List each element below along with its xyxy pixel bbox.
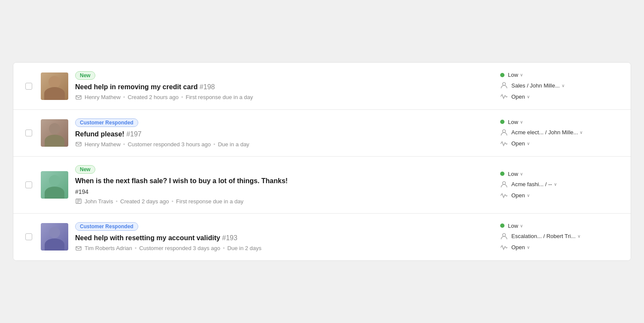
priority-label-3[interactable]: Low ∨ [508, 171, 523, 177]
assignee-item-2[interactable]: Acme elect... / John Mille... ∨ [500, 129, 620, 136]
status-item-1[interactable]: Open ∨ [500, 93, 620, 100]
person-icon-4 [500, 232, 508, 240]
ticket-title-2[interactable]: Refund please! #197 [75, 130, 493, 139]
avatar-2 [41, 119, 68, 147]
meta-time-4: Customer responded 3 days ago [139, 245, 220, 251]
status-item-3[interactable]: Open ∨ [500, 192, 620, 199]
priority-dot-1 [500, 73, 504, 77]
meta-channel-icon-1 [75, 94, 82, 101]
ticket-row-2: Customer Responded Refund please! #197 H… [13, 110, 631, 157]
ticket-badge-4: Customer Responded [75, 222, 138, 231]
meta-time-1: Created 2 hours ago [128, 94, 179, 100]
ticket-id-2: #197 [126, 130, 142, 138]
meta-due-2: Due in a day [218, 141, 249, 148]
priority-dot-4 [500, 223, 504, 228]
activity-icon-3 [500, 192, 508, 199]
ticket-badge-2: Customer Responded [75, 118, 138, 127]
status-chevron-4: ∨ [527, 245, 530, 250]
meta-time-3: Created 2 days ago [120, 198, 169, 205]
meta-channel-icon-4 [75, 245, 82, 252]
ticket-row-3: New When is the next flash sale? I wish … [13, 157, 631, 214]
checkbox-area-3 [24, 181, 34, 188]
ticket-main-3: New When is the next flash sale? I wish … [75, 165, 493, 205]
svg-point-1 [503, 82, 506, 85]
svg-point-10 [503, 233, 506, 236]
tickets-list: New Need help in removing my credit card… [13, 62, 631, 260]
ticket-main-4: Customer Responded Need help with resett… [75, 222, 493, 251]
checkbox-area-2 [24, 130, 34, 136]
assignee-chevron-3: ∨ [554, 182, 557, 187]
ticket-id-4: #193 [222, 234, 237, 241]
ticket-meta-3: John Travis • Created 2 days ago • First… [75, 198, 493, 205]
priority-label-1[interactable]: Low ∨ [508, 72, 523, 78]
priority-item-1[interactable]: Low ∨ [500, 72, 620, 78]
priority-chevron-2: ∨ [520, 120, 523, 124]
checkbox-area-1 [24, 83, 34, 90]
status-chevron-3: ∨ [527, 193, 530, 198]
ticket-main-1: New Need help in removing my credit card… [75, 71, 493, 100]
ticket-title-1[interactable]: Need help in removing my credit card #19… [75, 82, 493, 92]
priority-item-4[interactable]: Low ∨ [500, 223, 620, 229]
assignee-chevron-4: ∨ [577, 234, 580, 238]
assignee-item-1[interactable]: Sales / John Mille... ∨ [500, 82, 620, 89]
meta-author-2: Henry Mathew [85, 141, 121, 148]
priority-dot-3 [500, 172, 504, 176]
priority-label-2[interactable]: Low ∨ [508, 119, 523, 125]
assignee-label-3[interactable]: Acme fashi... / -- ∨ [511, 181, 557, 187]
priority-item-2[interactable]: Low ∨ [500, 119, 620, 125]
ticket-meta-4: Tim Roberts Adrian • Customer responded … [75, 245, 493, 252]
avatar-4 [41, 223, 68, 251]
meta-due-3: First response due in a day [176, 198, 243, 205]
priority-chevron-3: ∨ [520, 172, 523, 176]
status-label-4[interactable]: Open ∨ [511, 244, 530, 251]
ticket-checkbox-1[interactable] [25, 83, 32, 90]
ticket-badge-1: New [75, 71, 95, 80]
status-chevron-1: ∨ [527, 94, 530, 99]
activity-icon-4 [500, 244, 508, 251]
checkbox-area-4 [24, 233, 34, 240]
ticket-row-1: New Need help in removing my credit card… [13, 63, 631, 109]
status-label-1[interactable]: Open ∨ [511, 94, 530, 100]
person-icon-1 [500, 82, 508, 89]
assignee-item-4[interactable]: Escalation... / Robert Tri... ∨ [500, 232, 620, 240]
ticket-meta-2: Henry Mathew • Customer responded 3 hour… [75, 141, 493, 148]
priority-item-3[interactable]: Low ∨ [500, 171, 620, 177]
status-chevron-2: ∨ [527, 141, 530, 146]
ticket-title-4[interactable]: Need help with resetting my account vali… [75, 233, 493, 243]
priority-chevron-1: ∨ [520, 72, 523, 77]
ticket-actions-1: Low ∨ Sales / John Mille... ∨ Open ∨ [500, 72, 620, 100]
status-label-2[interactable]: Open ∨ [511, 140, 530, 147]
priority-chevron-4: ∨ [520, 223, 523, 228]
meta-due-4: Due in 2 days [228, 245, 262, 251]
meta-due-1: First response due in a day [185, 94, 253, 100]
status-item-2[interactable]: Open ∨ [500, 140, 620, 148]
ticket-actions-3: Low ∨ Acme fashi... / -- ∨ Open ∨ [500, 171, 620, 199]
ticket-checkbox-3[interactable] [25, 181, 32, 188]
ticket-meta-1: Henry Mathew • Created 2 hours ago • Fir… [75, 94, 493, 101]
status-label-3[interactable]: Open ∨ [511, 192, 530, 199]
assignee-label-1[interactable]: Sales / John Mille... ∨ [511, 82, 565, 89]
svg-rect-2 [76, 142, 81, 146]
assignee-label-2[interactable]: Acme elect... / John Mille... ∨ [511, 129, 583, 136]
activity-icon-2 [500, 140, 508, 148]
ticket-badge-3: New [75, 165, 95, 174]
ticket-checkbox-4[interactable] [25, 233, 32, 240]
ticket-sub-3: #194 [75, 188, 493, 196]
avatar-1 [41, 72, 68, 100]
assignee-label-4[interactable]: Escalation... / Robert Tri... ∨ [511, 233, 580, 239]
activity-icon-1 [500, 93, 508, 100]
svg-rect-0 [76, 95, 81, 99]
meta-time-2: Customer responded 3 hours ago [128, 141, 211, 148]
person-icon-2 [500, 129, 508, 136]
meta-author-1: Henry Mathew [85, 94, 121, 100]
status-item-4[interactable]: Open ∨ [500, 244, 620, 251]
assignee-item-3[interactable]: Acme fashi... / -- ∨ [500, 181, 620, 188]
priority-label-4[interactable]: Low ∨ [508, 223, 523, 229]
ticket-title-3[interactable]: When is the next flash sale? I wish to b… [75, 176, 493, 186]
ticket-checkbox-2[interactable] [25, 130, 32, 136]
svg-rect-9 [76, 246, 81, 250]
meta-channel-icon-3 [75, 198, 82, 205]
meta-author-4: Tim Roberts Adrian [85, 245, 132, 251]
ticket-id-1: #198 [200, 83, 215, 91]
ticket-row-4: Customer Responded Need help with resett… [13, 214, 631, 260]
